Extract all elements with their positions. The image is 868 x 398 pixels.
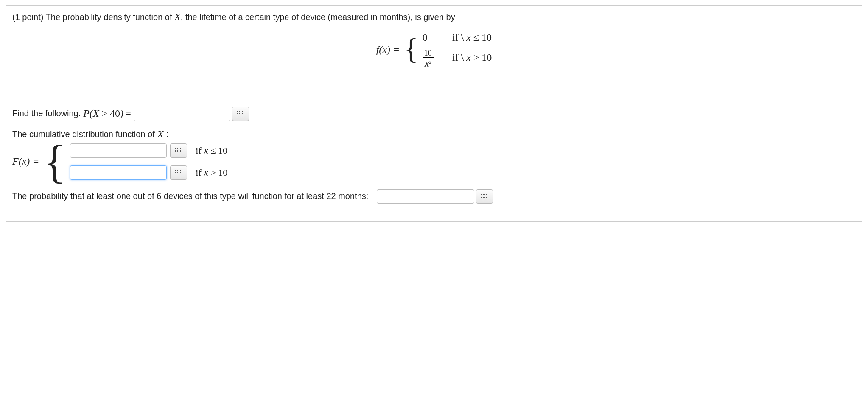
cdf-cond-2: if x > 10 <box>196 167 227 178</box>
keypad-button[interactable] <box>476 189 493 204</box>
cdf-heading-after: : <box>166 129 168 139</box>
brace-icon: { <box>404 40 418 58</box>
keypad-button[interactable] <box>170 165 187 180</box>
cdf-input-1[interactable] <box>70 143 167 158</box>
intro-text-1: The probability density function of <box>46 12 175 22</box>
cdf-case-1: if x ≤ 10 <box>70 143 227 158</box>
cdf-definition: F(x) = { if x ≤ 10 <box>12 143 856 180</box>
cdf-heading-X: X <box>157 129 164 140</box>
cdf-case-2: if x > 10 <box>70 165 227 180</box>
cdf-cond-1: if x ≤ 10 <box>196 145 227 156</box>
q1-input[interactable] <box>134 107 230 121</box>
keypad-icon <box>481 194 488 199</box>
keypad-icon <box>175 148 182 153</box>
pdf-case2-cond: if \ x > 10 <box>452 52 492 63</box>
q1-equals: = <box>126 109 131 118</box>
keypad-icon <box>237 111 244 116</box>
q1-expression: P(X > 40) <box>83 108 123 119</box>
q3-input[interactable] <box>377 189 474 204</box>
keypad-button[interactable] <box>170 143 187 158</box>
pdf-definition: f(x) = { 0 if \ x ≤ 10 10 x2 <box>12 32 856 68</box>
var-X: X <box>174 11 181 22</box>
pdf-cases: 0 if \ x ≤ 10 10 x2 if \ x > 10 <box>423 32 492 68</box>
cdf-input-2[interactable] <box>70 165 167 180</box>
points-label: (1 point) <box>12 12 46 22</box>
problem-container: (1 point) The probability density functi… <box>6 5 862 222</box>
problem-intro: (1 point) The probability density functi… <box>12 10 856 24</box>
keypad-button[interactable] <box>232 107 249 121</box>
pdf-lhs: f(x) = <box>376 44 400 56</box>
cdf-lhs: F(x) = <box>12 156 39 167</box>
pdf-case1-cond: if \ x ≤ 10 <box>452 32 492 43</box>
question-1: Find the following: P(X > 40) = <box>12 107 856 121</box>
cdf-heading: The cumulative distribution function of … <box>12 129 856 140</box>
question-3: The probability that at least one out of… <box>12 189 856 204</box>
q1-label: Find the following: <box>12 109 81 118</box>
pdf-case1-value: 0 <box>423 32 440 43</box>
brace-icon: { <box>44 148 66 176</box>
cdf-heading-before: The cumulative distribution function of <box>12 129 155 139</box>
keypad-icon <box>175 170 182 175</box>
q3-text: The probability that at least one out of… <box>12 191 368 201</box>
pdf-case-2: 10 x2 if \ x > 10 <box>423 47 492 68</box>
pdf-case2-value: 10 x2 <box>423 47 440 68</box>
pdf-case-1: 0 if \ x ≤ 10 <box>423 32 492 43</box>
intro-text-2: , the lifetime of a certain type of devi… <box>181 12 455 22</box>
